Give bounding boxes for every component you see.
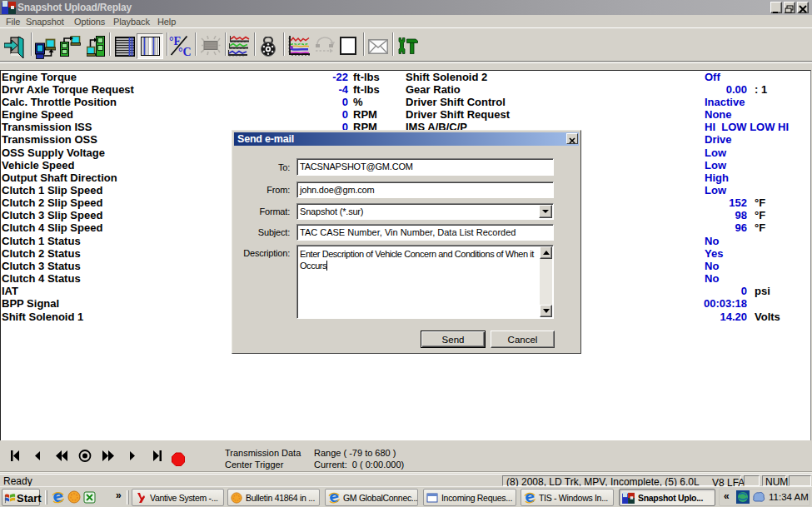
svg-text:°C: °C: [178, 46, 191, 57]
